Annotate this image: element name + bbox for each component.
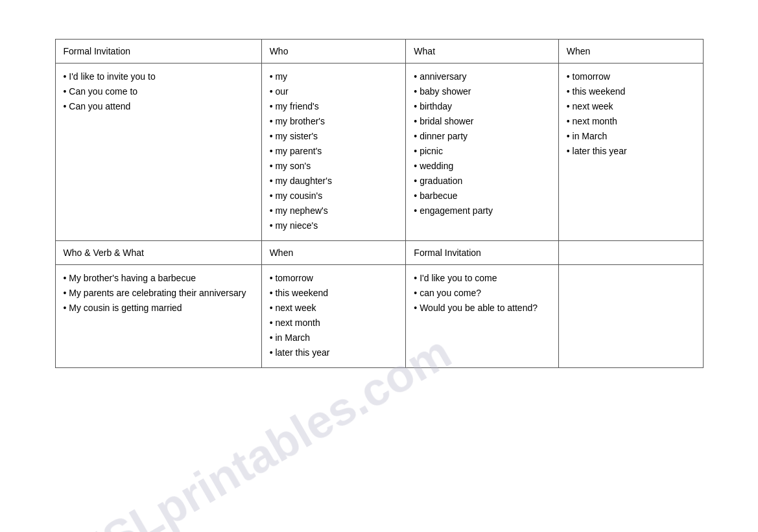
list-item: next month [567,115,695,128]
list-item: picnic [414,145,550,158]
data-row-1: I'd like to invite you to Can you come t… [55,64,703,241]
header-who: Who [261,40,406,64]
header-when-2: When [261,241,406,265]
list-item: later this year [567,145,695,158]
list-item: graduation [414,174,550,188]
list-item: our [270,85,398,98]
list-item: my [270,70,398,84]
empty-cell [558,265,703,368]
list-item: my brother's [270,115,398,128]
list-item: tomorrow [567,70,695,84]
list-item: my nephew's [270,204,398,218]
list-item: Can you attend [64,100,254,113]
header-empty [558,241,703,265]
what-list: anniversary baby shower birthday bridal … [414,70,550,218]
list-item: this weekend [270,286,398,300]
formal-list-2: I'd like you to come can you come? Would… [414,272,550,315]
list-item: this weekend [567,85,695,98]
formal-invitation-phrases-2: I'd like you to come can you come? Would… [406,265,558,368]
list-item: wedding [414,159,550,173]
formal-list: I'd like to invite you to Can you come t… [64,70,254,113]
list-item: Can you come to [64,85,254,98]
list-item: my niece's [270,219,398,233]
who-verb-what-list: My brother's having a barbecue My parent… [64,272,254,315]
header-when: When [558,40,703,64]
list-item: I'd like to invite you to [64,70,254,84]
who-list-cell: my our my friend's my brother's my siste… [261,64,406,241]
data-row-2: My brother's having a barbecue My parent… [55,265,703,368]
who-list: my our my friend's my brother's my siste… [270,70,398,233]
who-verb-what-cell: My brother's having a barbecue My parent… [55,265,261,368]
main-table: Formal Invitation Who What When I'd like… [55,39,704,368]
when-list: tomorrow this weekend next week next mon… [567,70,695,158]
list-item: can you come? [414,286,550,300]
when-list-cell: tomorrow this weekend next week next mon… [558,64,703,241]
list-item: I'd like you to come [414,272,550,285]
list-item: My cousin is getting married [64,301,254,315]
header-formal-invitation-2: Formal Invitation [406,241,558,265]
list-item: next week [270,301,398,315]
list-item: my friend's [270,100,398,113]
list-item: in March [567,130,695,143]
header-who-verb-what: Who & Verb & What [55,241,261,265]
list-item: next month [270,316,398,330]
list-item: later this year [270,346,398,360]
list-item: anniversary [414,70,550,84]
list-item: My parents are celebrating their anniver… [64,286,254,300]
header-row-1: Formal Invitation Who What When [55,40,703,64]
header-row-2: Who & Verb & What When Formal Invitation [55,241,703,265]
list-item: my sister's [270,130,398,143]
header-formal-invitation: Formal Invitation [55,40,261,64]
list-item: bridal shower [414,115,550,128]
list-item: birthday [414,100,550,113]
formal-invitation-phrases: I'd like to invite you to Can you come t… [55,64,261,241]
list-item: dinner party [414,130,550,143]
list-item: baby shower [414,85,550,98]
list-item: in March [270,331,398,345]
list-item: my son's [270,159,398,173]
when-list-2: tomorrow this weekend next week next mon… [270,272,398,360]
list-item: Would you be able to attend? [414,301,550,315]
list-item: my cousin's [270,189,398,203]
when-list-cell-2: tomorrow this weekend next week next mon… [261,265,406,368]
list-item: tomorrow [270,272,398,285]
list-item: my parent's [270,145,398,158]
list-item: engagement party [414,204,550,218]
header-what: What [406,40,558,64]
list-item: my daughter's [270,174,398,188]
list-item: My brother's having a barbecue [64,272,254,285]
list-item: barbecue [414,189,550,203]
list-item: next week [567,100,695,113]
what-list-cell: anniversary baby shower birthday bridal … [406,64,558,241]
